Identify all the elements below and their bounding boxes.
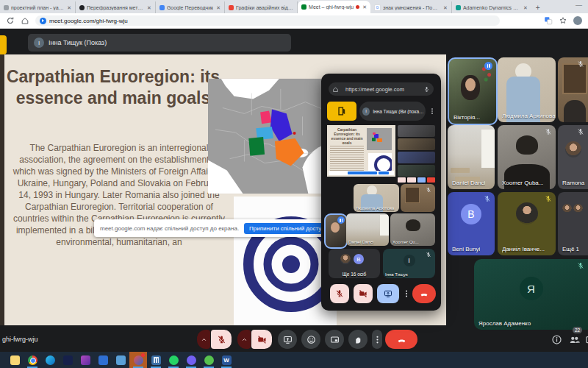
- taskbar-3d-viewer-icon[interactable]: [76, 352, 94, 368]
- taskbar-word-icon[interactable]: W: [218, 352, 235, 368]
- side-panel-tab-icon[interactable]: [0, 35, 7, 54]
- end-call-button[interactable]: [385, 330, 417, 349]
- mini-slide-title: Carpathian Euroregion: its essence and m…: [329, 127, 365, 145]
- nested-more-button[interactable]: [402, 284, 411, 303]
- new-tab-button[interactable]: +: [536, 4, 540, 12]
- tab-meet-active[interactable]: Meet – ghi-fwrg-wju ✕: [298, 1, 370, 13]
- participant-tile-xoomer[interactable]: Xoomer Quba...: [498, 125, 556, 189]
- nested-exit-icon[interactable]: [327, 102, 356, 121]
- participant-tile-more-people[interactable]: Ещё 1: [558, 192, 588, 255]
- reactions-button[interactable]: [301, 330, 320, 349]
- mic-off-icon: [545, 195, 552, 202]
- nested-tile-wood-room[interactable]: [401, 184, 435, 212]
- mic-off-icon: [577, 60, 584, 68]
- present-screen-button[interactable]: [278, 330, 297, 349]
- tab-google-search[interactable]: G знак умножения - Поиск в G ✕: [370, 1, 452, 13]
- participant-tile-beni[interactable]: B Beni Bunyi: [448, 192, 495, 255]
- url-bar[interactable]: meet.google.com/ghi-fwrg-wju: [35, 15, 500, 26]
- taskbar-calculator-icon[interactable]: [147, 352, 165, 368]
- camera-options-chevron[interactable]: [237, 330, 251, 349]
- nested-presenter-pill: І Інна Тищук (Ви (показує...: [359, 102, 426, 121]
- meeting-info-icon[interactable]: [551, 334, 562, 345]
- nested-present-button[interactable]: [377, 284, 399, 303]
- participant-tile-viktoriia[interactable]: Вікторія...: [448, 57, 498, 125]
- taskbar-display-app-icon[interactable]: [112, 352, 129, 368]
- mic-off-icon: [545, 128, 552, 135]
- taskbar-chrome-icon[interactable]: [24, 352, 41, 368]
- participant-tile-daniil[interactable]: Даниіл Іванче...: [498, 192, 556, 255]
- close-tab-icon[interactable]: ✕: [67, 5, 71, 10]
- home-icon[interactable]: [21, 16, 29, 25]
- mic-options-chevron[interactable]: [197, 330, 210, 349]
- browser-tab-strip: проектний план - yarad ✕ Перефразування …: [0, 0, 588, 13]
- participant-name: Людмила Архипова: [502, 113, 556, 119]
- participant-tile-yaroslav[interactable]: Я Ярослав Адаменко: [474, 259, 588, 330]
- nested-camera-button[interactable]: [354, 284, 373, 303]
- nested-tile-more-people[interactable]: B Ще 16 осіб: [329, 249, 380, 278]
- tab-adamenko-paper[interactable]: Adamenko Dynamics of fores ✕: [452, 1, 531, 13]
- window-minimize-button[interactable]: —: [576, 1, 582, 9]
- mic-button-muted[interactable]: [211, 330, 232, 349]
- raise-hand-button[interactable]: [348, 330, 368, 349]
- tab-paraphrase[interactable]: Перефразування мети проек ✕: [76, 1, 156, 13]
- more-options-button[interactable]: [372, 330, 382, 349]
- tab-favicon: [79, 5, 85, 10]
- participant-tile-daniel[interactable]: Daniel Danci: [448, 125, 495, 189]
- camera-off-icon: [257, 335, 267, 344]
- participant-tile-partial-right[interactable]: [558, 57, 588, 122]
- taskbar-messenger-green-icon[interactable]: [200, 352, 218, 368]
- close-tab-icon[interactable]: ✕: [362, 4, 367, 10]
- nested-tile-lyudmyla[interactable]: Людмила Архіпова: [354, 184, 399, 212]
- taskbar-file-explorer-icon[interactable]: [6, 352, 24, 368]
- more-options-icon: [373, 335, 382, 344]
- reload-icon[interactable]: [6, 16, 15, 25]
- taskbar-save-app-icon[interactable]: [94, 352, 112, 368]
- taskbar-viber-icon[interactable]: [182, 352, 200, 368]
- avatar: І: [404, 255, 415, 266]
- bookmark-star-icon[interactable]: [559, 16, 567, 25]
- taskbar-whatsapp-icon[interactable]: [165, 352, 182, 368]
- tab-outage-graphs[interactable]: Графіки аварійних відключе: [225, 1, 298, 13]
- close-tab-icon[interactable]: ✕: [523, 5, 528, 10]
- avatar: Я: [520, 277, 543, 300]
- close-tab-icon[interactable]: ✕: [443, 5, 448, 10]
- presenter-pill: І Інна Тищук (Показ): [28, 34, 291, 52]
- chat-icon[interactable]: [585, 334, 588, 345]
- tile-name: Людмила Архіпова: [356, 206, 394, 210]
- slide-left-border: [0, 54, 4, 325]
- tile-name: Ще 16 осіб: [343, 272, 367, 277]
- translate-icon[interactable]: [544, 16, 553, 25]
- tile-name: Xoomer Qu...: [392, 240, 419, 244]
- nested-mic-button[interactable]: [330, 284, 349, 303]
- more-options-icon[interactable]: [429, 105, 436, 118]
- nested-end-call-button[interactable]: [412, 284, 436, 303]
- nested-tile-self-view[interactable]: [324, 213, 348, 249]
- participant-count-badge: 22: [573, 327, 582, 333]
- change-layout-button[interactable]: [325, 330, 344, 349]
- close-tab-icon[interactable]: ✕: [147, 5, 151, 10]
- stop-sharing-button[interactable]: Припинити спільний доступ: [244, 223, 329, 234]
- tab-project-plan[interactable]: проектний план - yarad ✕: [0, 1, 76, 13]
- participant-tile-ramona[interactable]: Ramona: [558, 125, 588, 189]
- mic-off-icon: [484, 195, 491, 202]
- people-icon[interactable]: [569, 334, 580, 345]
- participant-name: Daniel Danci: [452, 180, 485, 186]
- nested-tile-daniel[interactable]: Daniel Danci: [346, 213, 389, 246]
- mic-off-icon: [577, 128, 584, 135]
- profile-avatar[interactable]: [573, 16, 582, 25]
- nested-tile-xoomer[interactable]: Xoomer Qu...: [390, 213, 435, 246]
- layout-icon: [330, 335, 340, 344]
- camera-button-off[interactable]: [251, 330, 272, 349]
- tab-translate[interactable]: Google Переводчик ✕: [156, 1, 225, 13]
- taskbar-active-app-icon[interactable]: [129, 352, 147, 368]
- participant-tile-lyudmyla[interactable]: Людмила Архипова: [498, 57, 556, 122]
- nested-url-bar[interactable]: https://meet.google.com: [329, 82, 434, 96]
- close-tab-icon[interactable]: ✕: [216, 5, 220, 10]
- taskbar-media-app-icon[interactable]: [59, 352, 76, 368]
- nested-presenter-name: Інна Тищук (Ви (показує...: [373, 109, 426, 114]
- mic-off-icon: [426, 252, 431, 258]
- nested-tile-inna[interactable]: І Інна Тищук: [383, 249, 435, 278]
- nested-meet-mirror-window: https://meet.google.com І Інна Тищук (Ви…: [321, 74, 441, 311]
- mini-share-toast: [329, 171, 394, 175]
- taskbar-edge-icon[interactable]: [41, 352, 59, 368]
